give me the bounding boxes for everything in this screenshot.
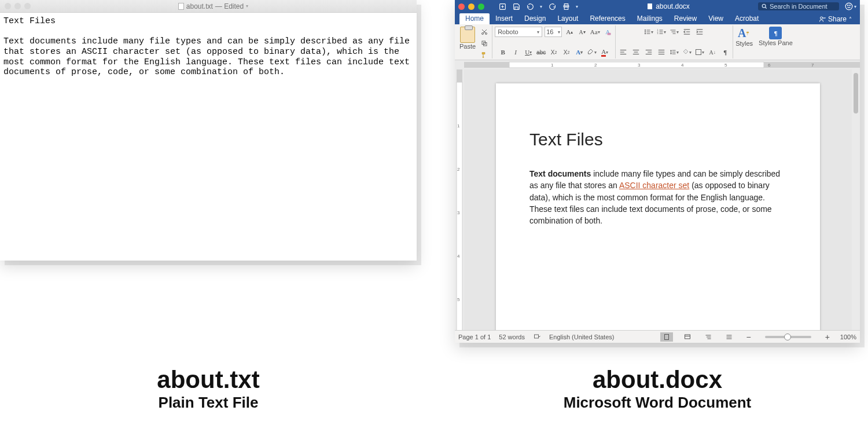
line-spacing-button[interactable]: ▾ bbox=[669, 47, 679, 57]
close-button[interactable] bbox=[5, 3, 11, 9]
tab-design[interactable]: Design bbox=[518, 13, 551, 24]
scrollbar-thumb[interactable] bbox=[854, 73, 858, 113]
change-case-button[interactable]: Aa▾ bbox=[590, 27, 600, 37]
zoom-out-button[interactable]: − bbox=[744, 332, 753, 342]
smiley-icon bbox=[845, 2, 853, 10]
zoom-level[interactable]: 100% bbox=[840, 334, 856, 340]
undo-icon[interactable] bbox=[526, 2, 534, 10]
svg-text:3: 3 bbox=[638, 63, 641, 68]
clear-formatting-button[interactable]: A bbox=[602, 27, 613, 37]
align-right-button[interactable] bbox=[643, 47, 654, 57]
cut-button[interactable] bbox=[479, 27, 490, 37]
web-layout-view[interactable] bbox=[681, 332, 694, 342]
page[interactable]: Text Files Text documents include many f… bbox=[496, 83, 820, 330]
outline-view[interactable] bbox=[702, 332, 715, 342]
svg-text:4: 4 bbox=[681, 63, 684, 68]
text-body: Text documents include many file types a… bbox=[3, 36, 415, 77]
font-size-select[interactable]: 16▾ bbox=[545, 27, 562, 37]
qat-dropdown[interactable]: ▾ bbox=[576, 4, 578, 9]
tab-home[interactable]: Home bbox=[459, 13, 490, 24]
paste-button[interactable]: Paste bbox=[459, 27, 476, 50]
textedit-title[interactable]: about.txt — Edited ▾ bbox=[178, 2, 248, 10]
zoom-in-button[interactable]: + bbox=[823, 332, 832, 342]
collapse-ribbon-icon[interactable]: ˄ bbox=[849, 16, 852, 23]
word-window: ▾ ▾ about.docx Search in Document ▾ Home… bbox=[455, 0, 860, 343]
bold-button[interactable]: B bbox=[498, 47, 508, 57]
minimize-button[interactable] bbox=[468, 3, 475, 10]
show-marks-button[interactable]: ¶ bbox=[720, 47, 730, 57]
subscript-button[interactable]: X2 bbox=[549, 47, 559, 57]
borders-button[interactable]: ▾ bbox=[694, 47, 705, 57]
svg-rect-17 bbox=[608, 33, 611, 35]
tab-mailings[interactable]: Mailings bbox=[631, 13, 668, 24]
bullets-button[interactable]: ▾ bbox=[643, 27, 654, 37]
multilevel-list-button[interactable]: ▾ bbox=[669, 27, 679, 37]
vertical-scrollbar[interactable] bbox=[852, 69, 860, 330]
ruler-vertical[interactable]: 12345 bbox=[455, 69, 464, 330]
svg-text:3: 3 bbox=[657, 32, 659, 35]
superscript-button[interactable]: X2 bbox=[561, 47, 572, 57]
underline-button[interactable]: U▾ bbox=[523, 47, 534, 57]
svg-point-18 bbox=[645, 30, 646, 31]
tab-acrobat[interactable]: Acrobat bbox=[729, 13, 764, 24]
autosave-icon[interactable] bbox=[498, 2, 506, 10]
status-bar: Page 1 of 1 52 words English (United Sta… bbox=[455, 330, 860, 343]
font-group: Roboto▾ 16▾ A▴ A▾ Aa▾ A B I U▾ abc X2 X2… bbox=[492, 25, 616, 58]
align-center-button[interactable] bbox=[631, 47, 641, 57]
ruler-horizontal[interactable]: 123 4567 bbox=[455, 60, 860, 69]
status-page[interactable]: Page 1 of 1 bbox=[458, 334, 491, 340]
styles-button[interactable]: A Styles bbox=[735, 27, 753, 47]
status-words[interactable]: 52 words bbox=[499, 334, 525, 340]
increase-indent-button[interactable] bbox=[694, 27, 705, 37]
search-input[interactable]: Search in Document bbox=[758, 2, 839, 10]
italic-button[interactable]: I bbox=[510, 47, 521, 57]
save-icon[interactable] bbox=[512, 2, 520, 10]
feedback-button[interactable]: ▾ bbox=[845, 2, 856, 10]
tab-insert[interactable]: Insert bbox=[490, 13, 518, 24]
grow-font-button[interactable]: A▴ bbox=[564, 27, 575, 37]
svg-rect-2 bbox=[648, 3, 652, 9]
font-color-button[interactable]: A▾ bbox=[599, 47, 610, 57]
styles-pane-button[interactable]: ¶ Styles Pane bbox=[759, 27, 793, 46]
svg-rect-75 bbox=[685, 335, 690, 339]
undo-dropdown[interactable]: ▾ bbox=[540, 4, 542, 9]
font-name-select[interactable]: Roboto▾ bbox=[495, 27, 542, 37]
caption-right-subtitle: Microsoft Word Document bbox=[455, 394, 860, 412]
clipboard-icon bbox=[460, 27, 475, 43]
decrease-indent-button[interactable] bbox=[682, 27, 692, 37]
status-language[interactable]: English (United States) bbox=[549, 334, 615, 340]
sort-button[interactable]: A↓ bbox=[707, 47, 718, 57]
strikethrough-button[interactable]: abc bbox=[536, 47, 546, 57]
tab-layout[interactable]: Layout bbox=[551, 13, 584, 24]
redo-icon[interactable] bbox=[548, 2, 556, 10]
close-button[interactable] bbox=[458, 3, 465, 10]
tab-view[interactable]: View bbox=[703, 13, 729, 24]
text-effects-button[interactable]: A▾ bbox=[574, 47, 584, 57]
hyperlink-ascii[interactable]: ASCII character set bbox=[619, 181, 689, 190]
align-left-button[interactable] bbox=[618, 47, 628, 57]
print-icon[interactable] bbox=[562, 2, 570, 10]
title-edited: — Edited bbox=[215, 2, 244, 10]
word-title-filename: about.docx bbox=[656, 2, 690, 10]
tab-references[interactable]: References bbox=[584, 13, 631, 24]
share-button[interactable]: Share ˄ bbox=[815, 14, 855, 24]
copy-button[interactable] bbox=[479, 38, 490, 49]
zoom-button[interactable] bbox=[478, 3, 484, 10]
justify-button[interactable] bbox=[656, 47, 667, 57]
shrink-font-button[interactable]: A▾ bbox=[577, 27, 587, 37]
print-layout-view[interactable] bbox=[660, 332, 673, 342]
svg-rect-67 bbox=[457, 82, 462, 330]
zoom-button[interactable] bbox=[24, 3, 31, 9]
format-painter-button[interactable] bbox=[479, 50, 490, 60]
tab-review[interactable]: Review bbox=[668, 13, 703, 24]
zoom-slider[interactable] bbox=[765, 336, 811, 338]
word-titlebar: ▾ ▾ about.docx Search in Document ▾ bbox=[455, 0, 860, 13]
document-scroll[interactable]: Text Files Text documents include many f… bbox=[464, 69, 852, 330]
textedit-body[interactable]: Text Files Text documents include many f… bbox=[0, 13, 417, 81]
numbering-button[interactable]: 123▾ bbox=[656, 27, 667, 37]
highlight-button[interactable]: ▾ bbox=[587, 47, 597, 57]
shading-button[interactable]: ▾ bbox=[682, 47, 692, 57]
minimize-button[interactable] bbox=[14, 3, 21, 9]
draft-view[interactable] bbox=[723, 332, 735, 342]
spellcheck-button[interactable] bbox=[533, 334, 541, 340]
